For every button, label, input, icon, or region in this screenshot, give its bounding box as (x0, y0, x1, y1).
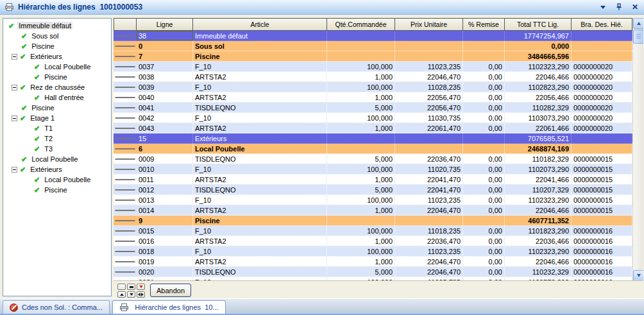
row-selector[interactable] (114, 267, 137, 277)
collapse-minus-icon[interactable] (12, 167, 17, 173)
cell-prix[interactable]: 22041,470 (395, 185, 463, 194)
vertical-scrollbar[interactable] (632, 18, 643, 281)
column-header-1[interactable]: Ligne (137, 18, 193, 31)
cell-total[interactable]: 22046,466 (505, 72, 572, 81)
nav-left-right-button[interactable] (137, 291, 145, 298)
table-row[interactable]: 9Piscine4607711,352 (114, 216, 632, 226)
cell-prix[interactable]: 11023,235 (395, 246, 463, 256)
cell-article[interactable]: Immeuble défaut (193, 31, 327, 40)
cell-bra[interactable]: 0000000016 (572, 226, 632, 235)
cell-total[interactable]: 110232,329 (505, 267, 572, 277)
cell-article[interactable]: TISDLEQNO (193, 267, 327, 277)
cell-qte[interactable]: 5,000 (327, 267, 395, 277)
row-selector[interactable] (114, 72, 137, 81)
cell-qte[interactable]: 100,000 (327, 195, 395, 205)
cell-ligne[interactable]: 0039 (137, 82, 193, 92)
cell-ligne[interactable]: 0009 (137, 154, 193, 164)
table-row[interactable]: 38Immeuble défaut17747254,967 (114, 31, 632, 41)
column-header-4[interactable]: Prix Unitaire (395, 18, 463, 31)
corner-header-cell[interactable] (114, 18, 137, 31)
cell-qte[interactable]: 100,000 (327, 62, 395, 71)
cell-total[interactable]: 2468874,169 (505, 144, 572, 153)
cell-bra[interactable]: 0000000020 (572, 103, 632, 112)
cell-remise[interactable]: 0,00 (463, 267, 505, 277)
tree-node[interactable]: ✔Piscine (3, 185, 111, 195)
row-selector[interactable] (114, 205, 137, 215)
cell-bra[interactable] (572, 51, 632, 61)
tree-node[interactable]: ✔Local Poubelle (3, 154, 111, 164)
cell-qte[interactable] (327, 41, 395, 51)
row-selector[interactable] (114, 257, 137, 266)
cell-qte[interactable] (327, 133, 395, 143)
row-selector[interactable] (114, 82, 137, 92)
cell-bra[interactable] (572, 144, 632, 153)
column-header-6[interactable]: Total TTC Lig. (505, 18, 572, 31)
cell-bra[interactable]: 0000000016 (572, 246, 632, 256)
cell-prix[interactable]: 22061,470 (395, 123, 463, 133)
cell-total[interactable]: 1101823,290 (505, 226, 572, 235)
table-row[interactable]: 6Local Poubelle2468874,169 (114, 144, 632, 154)
scroll-up-button[interactable] (633, 18, 643, 29)
cell-bra[interactable]: 0000000020 (572, 72, 632, 81)
tab-cdes-non-sol[interactable]: Cdes non Sol. : Comma... (3, 300, 110, 314)
tree-node[interactable]: ✔Piscine (3, 72, 111, 82)
cell-qte[interactable]: 5,000 (327, 154, 395, 164)
cell-prix[interactable]: 11018,235 (395, 226, 463, 235)
table-row[interactable]: 0015F_10100,00011018,2350,001101823,2900… (114, 226, 632, 236)
cell-total[interactable]: 1102323,290 (505, 62, 572, 71)
cell-total[interactable]: 22061,466 (505, 123, 572, 133)
row-selector[interactable] (114, 195, 137, 205)
row-selector[interactable] (114, 123, 137, 133)
cell-bra[interactable]: 0000000015 (572, 175, 632, 184)
cell-bra[interactable]: 0000000015 (572, 195, 632, 205)
cell-remise[interactable]: 0,00 (463, 92, 505, 102)
cell-bra[interactable]: 0000000016 (572, 257, 632, 266)
tree-node[interactable]: ✔Hall d'entrée (3, 92, 111, 103)
cell-qte[interactable] (327, 216, 395, 225)
table-row[interactable]: 0010F_10100,00011020,7350,001102073,2900… (114, 164, 632, 175)
cell-article[interactable]: Piscine (193, 216, 327, 225)
cell-qte[interactable]: 100,000 (327, 277, 395, 281)
cell-qte[interactable] (327, 51, 395, 61)
cell-qte[interactable]: 1,000 (327, 175, 395, 184)
tree-node[interactable]: ✔Extérieurs (3, 164, 111, 175)
cell-ligne[interactable]: 0 (137, 41, 193, 51)
cell-ligne[interactable]: 0019 (137, 257, 193, 266)
cell-prix[interactable]: 11025,735 (395, 277, 463, 281)
cell-total[interactable]: 1102573,290 (505, 277, 572, 281)
cell-ligne[interactable]: 7 (137, 51, 193, 61)
cell-remise[interactable]: 0,00 (463, 82, 505, 92)
row-selector[interactable] (114, 185, 137, 194)
table-row[interactable]: 0021F_10100,00011025,7350,001102573,2900… (114, 277, 632, 281)
cell-prix[interactable] (395, 41, 463, 51)
cell-qte[interactable]: 1,000 (327, 257, 395, 266)
cell-total[interactable]: 1103073,290 (505, 113, 572, 123)
cell-ligne[interactable]: 0021 (137, 277, 193, 281)
table-row[interactable]: 0016ARTSTA21,00022036,4700,0022036,46600… (114, 236, 632, 246)
cell-qte[interactable]: 1,000 (327, 123, 395, 133)
row-selector[interactable] (114, 31, 137, 40)
cell-ligne[interactable]: 0012 (137, 185, 193, 194)
cell-total[interactable]: 17747254,967 (505, 31, 572, 40)
nav-red-down-button[interactable] (137, 284, 145, 290)
cell-remise[interactable]: 0,00 (463, 205, 505, 215)
table-row[interactable]: 0041TISDLEQNO5,00022056,4700,00110282,32… (114, 103, 632, 113)
cell-remise[interactable]: 0,00 (463, 175, 505, 184)
table-row[interactable]: 0009TISDLEQNO5,00022036,4700,00110182,32… (114, 154, 632, 164)
cell-ligne[interactable]: 15 (137, 133, 193, 143)
cell-prix[interactable]: 22056,470 (395, 103, 463, 112)
cell-ligne[interactable]: 0011 (137, 175, 193, 184)
cell-prix[interactable] (395, 51, 463, 61)
cell-remise[interactable]: 0,00 (463, 103, 505, 112)
cell-remise[interactable] (463, 51, 505, 61)
cell-prix[interactable] (395, 216, 463, 225)
cell-total[interactable]: 22046,466 (505, 205, 572, 215)
row-selector[interactable] (114, 62, 137, 71)
cell-bra[interactable] (572, 216, 632, 225)
cell-ligne[interactable]: 0013 (137, 195, 193, 205)
cell-article[interactable]: F_10 (193, 277, 327, 281)
row-selector[interactable] (114, 246, 137, 256)
cell-remise[interactable] (463, 144, 505, 153)
cell-qte[interactable]: 1,000 (327, 72, 395, 81)
cell-qte[interactable]: 5,000 (327, 103, 395, 112)
